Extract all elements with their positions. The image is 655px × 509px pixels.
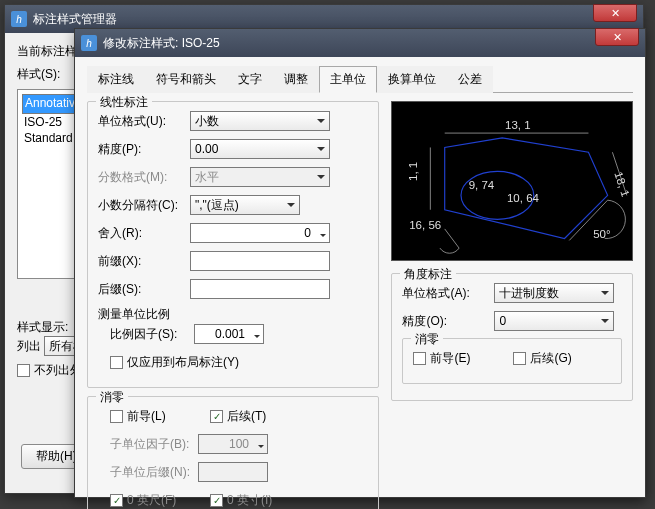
leading-checkbox[interactable]	[110, 410, 123, 423]
ang-zero-group: 消零 前导(E) 后续(G)	[402, 338, 622, 384]
angular-title: 角度标注	[400, 266, 456, 283]
svg-text:9, 74: 9, 74	[469, 179, 495, 191]
tab-fit[interactable]: 调整	[273, 66, 319, 93]
layout-only-label: 仅应用到布局标注(Y)	[127, 354, 239, 371]
ang-precision-label: 精度(O):	[402, 313, 494, 330]
prefix-input[interactable]	[190, 251, 330, 271]
ang-format-label: 单位格式(A):	[402, 285, 494, 302]
scale-subgroup: 测量单位比例 比例因子(S): 仅应用到布局标注(Y)	[98, 306, 368, 373]
feet-checkbox: ✓	[110, 494, 123, 507]
noext-checkbox[interactable]	[17, 364, 30, 377]
scale-title: 测量单位比例	[98, 307, 170, 321]
child-titlebar: h 修改标注样式: ISO-25 ✕	[75, 29, 645, 57]
preview-pane: 13, 1 1, 1 18, 1 16, 56 9, 74 10, 64 50°	[391, 101, 633, 261]
ang-leading-label: 前导(E)	[430, 351, 470, 365]
subsuffix-input	[198, 462, 268, 482]
svg-text:18, 1: 18, 1	[613, 170, 632, 198]
subsuffix-label: 子单位后缀(N):	[110, 464, 198, 481]
zero-group: 消零 前导(L) ✓后续(T) 子单位因子(B): 子单位后缀(N): ✓0 英…	[87, 396, 379, 509]
app-icon: h	[11, 11, 27, 27]
trailing-checkbox[interactable]: ✓	[210, 410, 223, 423]
tab-strip: 标注线 符号和箭头 文字 调整 主单位 换算单位 公差	[87, 65, 633, 93]
fraction-label: 分数格式(M):	[98, 169, 190, 186]
tab-arrows[interactable]: 符号和箭头	[145, 66, 227, 93]
zero-title: 消零	[96, 389, 128, 406]
tab-tolerance[interactable]: 公差	[447, 66, 493, 93]
svg-text:50°: 50°	[594, 228, 611, 240]
decsep-label: 小数分隔符(C):	[98, 197, 190, 214]
prefix-label: 前缀(X):	[98, 253, 190, 270]
tab-text[interactable]: 文字	[227, 66, 273, 93]
subfactor-label: 子单位因子(B):	[110, 436, 198, 453]
trailing-label: 后续(T)	[227, 409, 266, 423]
subfactor-input	[198, 434, 268, 454]
tab-primary-units[interactable]: 主单位	[319, 66, 377, 93]
leading-label: 前导(L)	[127, 409, 166, 423]
svg-text:13, 1: 13, 1	[506, 119, 532, 131]
svg-text:1, 1: 1, 1	[407, 162, 419, 181]
round-label: 舍入(R):	[98, 225, 190, 242]
suffix-label: 后缀(S):	[98, 281, 190, 298]
modify-dimstyle-dialog: h 修改标注样式: ISO-25 ✕ 标注线 符号和箭头 文字 调整 主单位 换…	[74, 28, 646, 498]
ang-trailing-label: 后续(G)	[530, 351, 571, 365]
factor-label: 比例因子(S):	[110, 326, 194, 343]
linear-group: 线性标注 单位格式(U): 精度(P): 分数格式(M): 小数分隔符(C): …	[87, 101, 379, 388]
fraction-select	[190, 167, 330, 187]
precision-label: 精度(P):	[98, 141, 190, 158]
precision-select[interactable]	[190, 139, 330, 159]
app-icon: h	[81, 35, 97, 51]
list-caption: 列出	[17, 339, 41, 353]
parent-close-button[interactable]: ✕	[593, 4, 637, 22]
linear-title: 线性标注	[96, 94, 152, 111]
parent-title: 标注样式管理器	[33, 11, 637, 28]
unit-format-label: 单位格式(U):	[98, 113, 190, 130]
child-close-button[interactable]: ✕	[595, 28, 639, 46]
styles-label: 样式(S):	[17, 66, 75, 83]
ang-format-select[interactable]	[494, 283, 614, 303]
svg-text:16, 56: 16, 56	[410, 219, 442, 231]
ang-trailing-checkbox[interactable]	[513, 352, 526, 365]
ang-precision-select[interactable]	[494, 311, 614, 331]
child-title: 修改标注样式: ISO-25	[103, 35, 639, 52]
ang-zero-title: 消零	[411, 331, 443, 348]
svg-text:10, 64: 10, 64	[507, 192, 540, 204]
tab-lines[interactable]: 标注线	[87, 66, 145, 93]
decsep-select[interactable]	[190, 195, 300, 215]
preview-label: 样式显示:	[17, 320, 68, 334]
unit-format-select[interactable]	[190, 111, 330, 131]
angular-group: 角度标注 单位格式(A): 精度(O): 消零 前导(E) 后续(G)	[391, 273, 633, 401]
factor-input[interactable]	[194, 324, 264, 344]
inch-checkbox: ✓	[210, 494, 223, 507]
inch-label: 0 英寸(I)	[227, 493, 272, 507]
tab-alt-units[interactable]: 换算单位	[377, 66, 447, 93]
round-input[interactable]	[190, 223, 330, 243]
suffix-input[interactable]	[190, 279, 330, 299]
feet-label: 0 英尺(F)	[127, 493, 176, 507]
layout-only-checkbox[interactable]	[110, 356, 123, 369]
ang-leading-checkbox[interactable]	[413, 352, 426, 365]
